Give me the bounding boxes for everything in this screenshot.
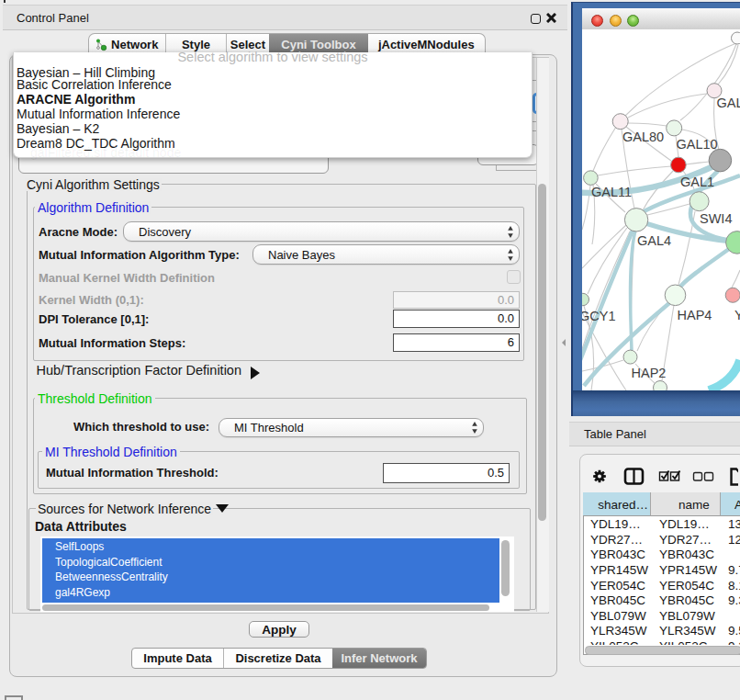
svg-text:HAP2: HAP2 (632, 366, 667, 380)
svg-text:GAL1: GAL1 (680, 175, 714, 189)
svg-text:GAL10: GAL10 (677, 137, 718, 152)
svg-text:HAP4: HAP4 (678, 308, 712, 322)
svg-text:GAL4: GAL4 (637, 233, 671, 248)
svg-text:SWI4: SWI4 (700, 211, 732, 226)
svg-text:YM: YM (734, 308, 740, 322)
svg-text:GAL7: GAL7 (717, 96, 740, 110)
svg-text:GAL80: GAL80 (622, 130, 664, 144)
svg-text:GAL11: GAL11 (591, 185, 632, 199)
svg-text:GCY1: GCY1 (582, 309, 616, 323)
